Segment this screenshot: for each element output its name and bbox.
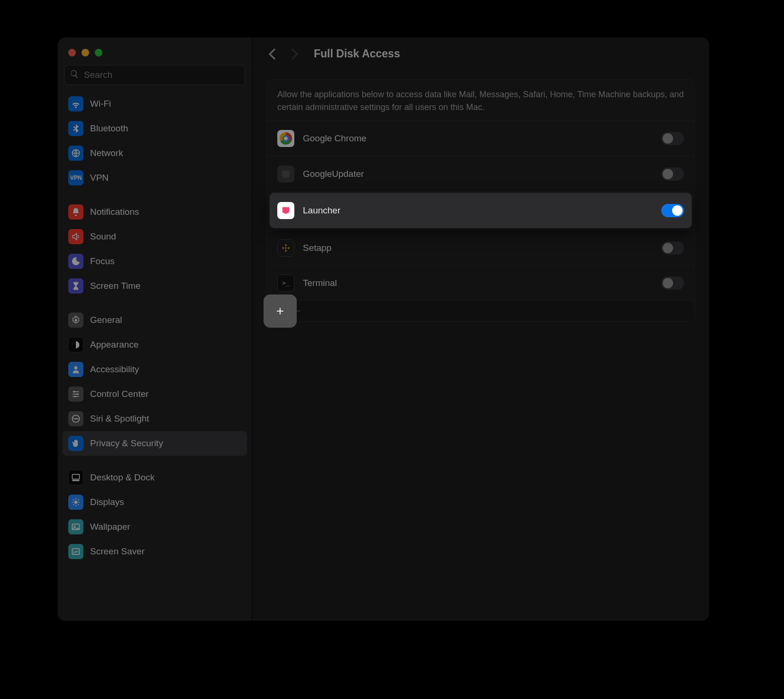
sidebar-item-label: Displays [90,497,124,507]
minimize-window-button[interactable] [82,49,89,56]
sidebar-item-label: Accessibility [90,364,139,375]
svg-rect-15 [285,244,287,246]
app-name-label: Setapp [303,243,653,253]
back-button[interactable] [264,46,281,63]
settings-window: Wi-FiBluetoothNetworkVPNVPNNotifications… [58,37,709,621]
setapp-app-icon [277,239,294,257]
sidebar-item-label: General [90,315,122,325]
sidebar-item-notifications[interactable]: Notifications [63,200,247,224]
sidebar-nav: Wi-FiBluetoothNetworkVPNVPNNotifications… [58,92,252,573]
sidebar-item-wifi[interactable]: Wi-Fi [63,92,247,116]
toggle-launcher[interactable] [661,204,684,217]
app-row-terminal: >_Terminal [267,265,694,300]
sidebar-item-label: Notifications [90,207,139,217]
sidebar-item-label: Sound [90,231,116,242]
forward-button[interactable] [286,46,303,63]
sidebar-item-label: VPN [90,173,109,183]
description-text: Allow the applications below to access d… [267,80,694,121]
vpn-icon: VPN [68,170,83,185]
appearance-icon [68,337,83,352]
app-row-setapp: Setapp [267,230,694,265]
svg-rect-14 [283,170,290,177]
app-name-label: Launcher [303,205,653,216]
svg-point-1 [75,319,77,322]
search-field[interactable] [64,65,245,85]
svg-point-3 [74,366,78,369]
sidebar-item-desktop[interactable]: Desktop & Dock [63,465,247,490]
sidebar-item-focus[interactable]: Focus [63,249,247,274]
sidebar-item-label: Control Center [90,389,149,399]
person-icon [68,362,83,377]
toggle-setapp[interactable] [661,241,684,255]
list-toolbar: + − [267,300,694,321]
svg-point-4 [73,391,75,392]
wifi-icon [68,96,83,111]
add-app-button-spotlight: + [264,294,297,328]
sidebar-item-screentime[interactable]: Screen Time [63,274,247,298]
bell-icon [68,204,83,220]
hand-icon [68,436,83,451]
sidebar-item-label: Bluetooth [90,123,128,134]
svg-rect-18 [282,247,284,249]
hourglass-icon [68,278,83,294]
sidebar-item-vpn[interactable]: VPNVPN [63,166,247,190]
gear-icon [68,313,83,328]
svg-rect-9 [73,480,80,481]
app-row-launcher-spotlight: Launcher [270,193,692,228]
terminal-app-icon: >_ [277,275,294,292]
photo-icon [68,519,83,534]
sidebar-item-label: Focus [90,256,115,267]
sidebar-item-displays[interactable]: Displays [63,490,247,515]
sidebar-item-wallpaper[interactable]: Wallpaper [63,515,247,539]
app-row-googleupdater: GoogleUpdater [267,156,694,191]
search-icon [70,69,83,81]
close-window-button[interactable] [68,49,76,56]
sidebar-item-sound[interactable]: Sound [63,224,247,249]
app-row-chrome: Google Chrome [267,121,694,156]
svg-rect-19 [287,247,290,249]
speaker-icon [68,229,83,244]
sidebar-item-label: Screen Saver [90,546,145,557]
sidebar-item-label: Wi-Fi [90,99,111,109]
sidebar-item-siri[interactable]: Siri & Spotlight [63,406,247,431]
moon-icon [68,254,83,269]
sliders-icon [68,386,83,402]
sidebar-item-label: Wallpaper [90,522,130,532]
chrome-app-icon [277,130,294,147]
sidebar-item-accessibility[interactable]: Accessibility [63,357,247,382]
sidebar-item-label: Screen Time [90,281,141,291]
toggle-terminal[interactable] [661,276,684,290]
sidebar-item-controlcenter[interactable]: Control Center [63,382,247,406]
header: Full Disk Access [252,37,709,71]
svg-rect-8 [73,474,80,479]
sidebar-item-screensaver[interactable]: Screen Saver [63,539,247,564]
saver-icon [68,544,83,559]
window-controls [58,42,252,65]
page-title: Full Disk Access [314,47,400,60]
sun-icon [68,495,83,510]
sidebar: Wi-FiBluetoothNetworkVPNVPNNotifications… [58,37,252,621]
bluetooth-icon [68,121,83,136]
sidebar-item-label: Network [90,148,123,158]
googleupdater-app-icon [277,166,294,183]
sidebar-item-label: Desktop & Dock [90,472,155,483]
zoom-window-button[interactable] [95,49,102,56]
svg-rect-17 [285,249,287,252]
svg-rect-16 [285,247,287,249]
sidebar-item-network[interactable]: Network [63,141,247,166]
toggle-chrome[interactable] [661,132,684,145]
app-name-label: Google Chrome [303,133,653,144]
sidebar-item-bluetooth[interactable]: Bluetooth [63,116,247,141]
sidebar-item-appearance[interactable]: Appearance [63,332,247,357]
siri-icon [68,411,83,426]
toggle-googleupdater[interactable] [661,167,684,181]
sidebar-item-general[interactable]: General [63,308,247,332]
globe-icon [68,146,83,161]
sidebar-item-privacy[interactable]: Privacy & Security [63,431,247,456]
svg-point-5 [77,393,78,395]
search-input[interactable] [83,69,240,81]
svg-point-6 [74,395,76,397]
desktop-icon [68,470,83,485]
app-name-label: GoogleUpdater [303,169,653,179]
launcher-app-icon [277,202,294,219]
